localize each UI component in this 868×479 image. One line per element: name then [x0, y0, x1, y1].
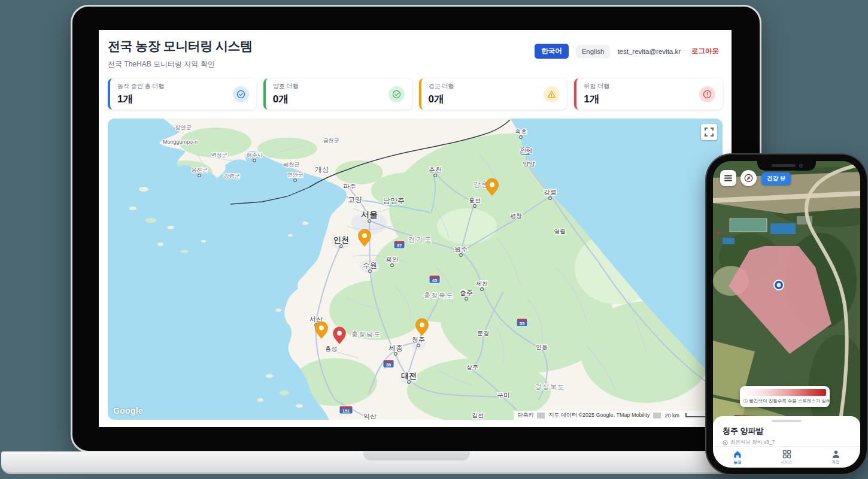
dashboard: 전국 농장 모니터링 시스템 전국 TheHAB 모니터링 지역 확인 한국어 … — [99, 30, 732, 427]
phone-notch — [757, 161, 816, 171]
stat-value: 0개 — [273, 92, 299, 106]
shortcuts-link[interactable]: 단축키 — [514, 411, 537, 419]
fullscreen-icon — [705, 128, 714, 137]
nav-item-account[interactable]: 계정 — [811, 447, 860, 468]
home-icon — [733, 450, 742, 459]
svg-text:파주: 파주 — [343, 183, 356, 190]
device-info-row: 최은석님 장비 v3_7 — [723, 439, 860, 446]
stage: 전국 농장 모니터링 시스템 전국 TheHAB 모니터링 지역 확인 한국어 … — [0, 0, 868, 479]
svg-text:배천군: 배천군 — [284, 162, 300, 168]
nav-item-farm[interactable]: 농장 — [713, 447, 762, 468]
svg-text:충청남도: 충청남도 — [351, 331, 381, 338]
language-english-button[interactable]: English — [576, 45, 611, 58]
user-email: test_revita@revita.kr — [617, 48, 681, 55]
bottom-sheet: 청주 양파밭 최은석님 장비 v3_7 농장 — [713, 416, 860, 468]
hamburger-icon — [724, 175, 732, 181]
svg-text:경상북도: 경상북도 — [535, 383, 565, 390]
svg-text:영월: 영월 — [554, 228, 566, 235]
compass-icon — [744, 173, 753, 183]
person-icon — [831, 450, 840, 459]
stat-value: 1개 — [584, 92, 609, 106]
scale-label: 20 km — [661, 413, 683, 419]
svg-text:속초: 속초 — [515, 128, 527, 135]
svg-text:제천: 제천 — [476, 280, 488, 287]
svg-text:연안군: 연안군 — [287, 172, 304, 178]
device-icon — [723, 440, 728, 445]
stats-row: 동작 중인 총 더햅 1개 양호 더햅 0개 — [99, 78, 732, 110]
greenhouse-roof — [730, 219, 767, 232]
svg-text:구미: 구미 — [497, 392, 510, 399]
grid-icon — [782, 450, 791, 459]
svg-text:김천: 김천 — [472, 412, 484, 419]
google-logo[interactable]: Google — [113, 406, 143, 416]
menu-button[interactable] — [720, 170, 736, 186]
svg-text:대전: 대전 — [401, 371, 417, 380]
svg-text:익산: 익산 — [363, 413, 377, 420]
device-location-marker[interactable] — [774, 280, 784, 290]
map-attribution: 단축키 지도 데이터 ©2025 Google, TMap Mobility 2… — [514, 411, 723, 420]
compass-button[interactable] — [740, 170, 757, 186]
svg-text:고양: 고양 — [348, 195, 362, 204]
stat-label: 경고 더햅 — [429, 82, 454, 90]
speaker-grille — [772, 164, 796, 167]
stat-value: 1개 — [117, 92, 164, 106]
blue-roof-building — [770, 223, 796, 234]
front-camera — [799, 164, 803, 168]
stat-card-warning: 경고 더햅 0개 — [419, 78, 567, 110]
svg-text:경기도: 경기도 — [408, 235, 433, 244]
svg-text:상주: 상주 — [466, 364, 478, 371]
stat-label: 동작 중인 총 더햅 — [117, 82, 164, 90]
stress-gradient-bar — [743, 389, 826, 396]
map-data-attribution: 지도 데이터 ©2025 Google, TMap Mobility — [545, 411, 653, 419]
device-info: 최은석님 장비 v3_7 — [730, 439, 775, 446]
svg-text:금천군: 금천군 — [323, 138, 339, 144]
map-canvas: 3745553015165 장연군Monggumpo-ri벽성군해주시옹진군강령… — [108, 119, 723, 420]
fullscreen-button[interactable] — [701, 124, 717, 140]
laptop-base-notch — [363, 451, 470, 460]
svg-text:인제: 인제 — [520, 147, 532, 154]
svg-text:양양: 양양 — [523, 160, 535, 167]
stress-legend-text: ⓘ 빨간색이 진할수록 수분 스트레스가 심해요. — [743, 398, 826, 404]
alert-circle-icon — [699, 86, 715, 102]
svg-text:45: 45 — [432, 278, 437, 283]
page-subtitle: 전국 TheHAB 모니터링 지역 확인 — [108, 59, 253, 69]
svg-text:옹진군: 옹진군 — [192, 167, 208, 173]
nav-label: 농장 — [734, 460, 742, 465]
phone-nav: 농장 서비스 계정 — [713, 446, 860, 468]
svg-text:춘천: 춘천 — [429, 166, 442, 173]
svg-text:서울: 서울 — [361, 210, 378, 219]
phone-screen: 건강 뷰 ⓘ 빨간색이 진할수록 수분 스트레스가 심해요. 청주 양파밭 최은… — [713, 161, 860, 468]
stat-card-good: 양호 더햅 0개 — [263, 78, 412, 110]
svg-text:홍천: 홍천 — [469, 197, 481, 204]
svg-text:Monggumpo-ri: Monggumpo-ri — [163, 139, 198, 145]
svg-text:장연군: 장연군 — [175, 125, 192, 131]
warning-triangle-icon — [544, 86, 560, 102]
language-korean-button[interactable]: 한국어 — [535, 44, 569, 59]
svg-text:벽성군: 벽성군 — [211, 152, 227, 158]
svg-text:인천: 인천 — [333, 235, 349, 244]
svg-text:문경: 문경 — [477, 330, 489, 336]
health-view-button[interactable]: 건강 뷰 — [761, 172, 791, 185]
stat-label: 양호 더햅 — [273, 82, 299, 90]
sheet-drag-handle[interactable] — [772, 420, 802, 422]
svg-text:수원: 수원 — [363, 261, 377, 269]
stat-card-danger: 위험 더햅 1개 — [574, 78, 723, 110]
check-circle-icon — [389, 86, 405, 102]
logout-button[interactable]: 로그아웃 — [688, 46, 723, 56]
svg-text:해주시: 해주시 — [247, 152, 263, 158]
korea-map[interactable]: 3745553015165 장연군Monggumpo-ri벽성군해주시옹진군강령… — [108, 119, 723, 420]
laptop-mockup: 전국 농장 모니터링 시스템 전국 TheHAB 모니터링 지역 확인 한국어 … — [71, 5, 761, 453]
svg-text:151: 151 — [342, 408, 350, 414]
svg-text:강령군: 강령군 — [224, 173, 240, 179]
svg-text:청주: 청주 — [412, 336, 425, 343]
svg-text:용인: 용인 — [386, 256, 399, 263]
page-title: 전국 농장 모니터링 시스템 — [108, 38, 253, 54]
dashboard-header: 전국 농장 모니터링 시스템 전국 TheHAB 모니터링 지역 확인 한국어 … — [99, 30, 732, 69]
stat-value: 0개 — [429, 92, 454, 106]
nav-item-services[interactable]: 서비스 — [762, 447, 811, 468]
stress-legend: ⓘ 빨간색이 진할수록 수분 스트레스가 심해요. — [740, 386, 830, 407]
svg-text:원주: 원주 — [454, 245, 468, 253]
stat-card-total-active: 동작 중인 총 더햅 1개 — [108, 78, 256, 110]
check-circle-icon — [233, 86, 249, 102]
svg-text:강릉: 강릉 — [544, 189, 557, 196]
